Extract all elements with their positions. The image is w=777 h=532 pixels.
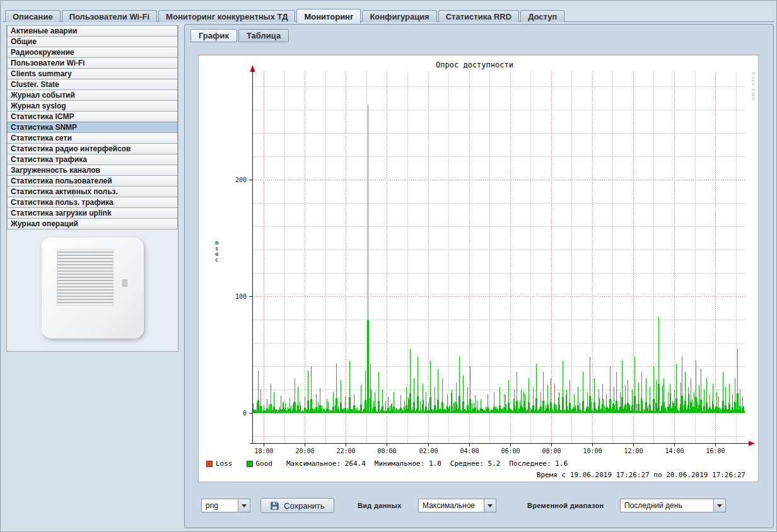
sidebar-item-3[interactable]: Радиоокружение [7, 47, 178, 58]
sidebar-item-1[interactable]: Активные аварии [7, 25, 178, 37]
svg-text:04:00: 04:00 [460, 448, 479, 454]
legend-label-loss: Loss [216, 460, 233, 468]
sidebar-item-8[interactable]: Журнал syslog [7, 100, 178, 112]
svg-text:12:00: 12:00 [624, 448, 643, 454]
dropdown-arrow-icon [484, 499, 496, 512]
svg-text:0: 0 [243, 410, 247, 417]
sidebar-item-7[interactable]: Журнал событий [7, 90, 178, 101]
time-range-select[interactable]: Последний день [620, 499, 726, 512]
svg-text:00:00: 00:00 [377, 448, 396, 454]
chart-tab-2[interactable]: Таблица [238, 29, 289, 42]
save-icon [270, 501, 279, 511]
sidebar-item-14[interactable]: Загруженность каналов [7, 165, 178, 176]
data-kind-select-value: Максимальное [419, 499, 484, 512]
data-kind-label: Вид данных [358, 502, 402, 509]
sidebar-item-17[interactable]: Статистика польз. трафика [7, 197, 178, 208]
chart-stat-3: Среднее: 5.2 [450, 460, 500, 468]
availability-chart: 18:0020:0022:0000:0002:0004:0006:0008:00… [199, 55, 759, 456]
svg-text:06:00: 06:00 [501, 448, 520, 454]
svg-text:18:00: 18:00 [254, 448, 273, 454]
chart-title: Опрос доступности [199, 61, 751, 69]
main-tab-6[interactable]: Статистика RRD [438, 10, 519, 22]
data-kind-select[interactable]: Максимальное [418, 499, 496, 512]
save-button-label: Сохранить [284, 501, 325, 511]
monitoring-panel: ГрафикТаблица 18:0020:0022:0000:0002:000… [184, 24, 774, 528]
svg-text:14:00: 14:00 [665, 448, 684, 454]
svg-text:08:00: 08:00 [542, 448, 561, 454]
app-window: ОписаниеПользователи Wi-FiМониторинг кон… [0, 0, 777, 532]
sidebar-item-10[interactable]: Статистика SNMP [7, 122, 178, 133]
svg-text:20:00: 20:00 [295, 448, 314, 454]
tab-content: Активные аварииОбщиеРадиоокружениеПользо… [3, 21, 774, 529]
svg-text:22:00: 22:00 [336, 448, 355, 454]
sidebar-item-5[interactable]: Clients summary [7, 68, 178, 79]
sidebar-item-15[interactable]: Статистика пользователей [7, 175, 178, 187]
format-select[interactable]: png [201, 499, 250, 512]
sidebar-panel: Активные аварииОбщиеРадиоокружениеПользо… [6, 25, 178, 352]
legend-swatch-loss [206, 461, 213, 467]
format-select-value: png [202, 499, 238, 512]
svg-text:10:00: 10:00 [583, 448, 602, 454]
chart-watermark: Eltex EMS [751, 72, 756, 101]
main-tab-5[interactable]: Конфигурация [362, 10, 436, 22]
chart-time-caption: Время с 19.06.2019 17:26:27 по 20.06.201… [537, 471, 745, 479]
sidebar-item-12[interactable]: Статистика радио интерфейсов [7, 143, 178, 154]
controls-bar: png Сохранить Вид данных [185, 498, 773, 516]
time-range-select-value: Последний день [621, 499, 713, 512]
main-tab-2[interactable]: Пользователи Wi-Fi [62, 10, 157, 22]
main-tab-4[interactable]: Мониторинг [296, 9, 361, 23]
sidebar-item-11[interactable]: Статистика сети [7, 132, 178, 144]
sidebar-item-19[interactable]: Журнал операций [7, 218, 178, 229]
save-button[interactable]: Сохранить [260, 498, 334, 513]
chart-stat-2: Минимальное: 1.0 [375, 460, 441, 468]
sidebar-list: Активные аварииОбщиеРадиоокружениеПользо… [7, 25, 178, 229]
sidebar-item-18[interactable]: Статистика загрузки uplink [7, 207, 178, 219]
chart-legend: LossGoodМаксимальное: 264.4Минимальное: … [206, 460, 576, 468]
svg-text:200: 200 [235, 176, 247, 183]
chart-tab-1[interactable]: График [190, 29, 237, 42]
legend-swatch-good [247, 461, 253, 467]
main-tab-1[interactable]: Описание [5, 10, 61, 22]
dropdown-arrow-icon [713, 499, 725, 512]
svg-text:02:00: 02:00 [419, 448, 438, 454]
main-tab-3[interactable]: Мониторинг конкурентных ТД [158, 10, 295, 22]
chart-tab-bar: ГрафикТаблица [190, 29, 289, 42]
svg-text:100: 100 [235, 293, 247, 300]
chart-stat-1: Максимальное: 264.4 [286, 460, 366, 468]
main-tab-bar: ОписаниеПользователи Wi-FiМониторинг кон… [5, 8, 564, 22]
sidebar-item-9[interactable]: Статистика ICMP [7, 111, 178, 122]
device-image [42, 238, 144, 338]
sidebar-item-2[interactable]: Общие [7, 36, 178, 47]
chart-y-axis-label: m s e c [215, 240, 218, 263]
chart-stat-4: Последнее: 1.6 [509, 460, 568, 468]
sidebar-item-6[interactable]: Cluster. State [7, 79, 178, 90]
sidebar-item-4[interactable]: Пользователи Wi-Fi [7, 57, 178, 69]
device-indicator [122, 279, 127, 287]
device-grille-graphic [57, 249, 114, 306]
main-tab-7[interactable]: Доступ [520, 10, 564, 22]
sidebar-item-16[interactable]: Статистика активных польз. [7, 186, 178, 197]
time-range-label: Временной диапазон [527, 502, 604, 509]
sidebar-item-13[interactable]: Статистика трафика [7, 154, 178, 165]
legend-label-good: Good [256, 460, 273, 468]
dropdown-arrow-icon [238, 499, 250, 512]
chart-panel: 18:0020:0022:0000:0002:0004:0006:0008:00… [198, 55, 759, 482]
svg-text:16:00: 16:00 [706, 448, 725, 454]
